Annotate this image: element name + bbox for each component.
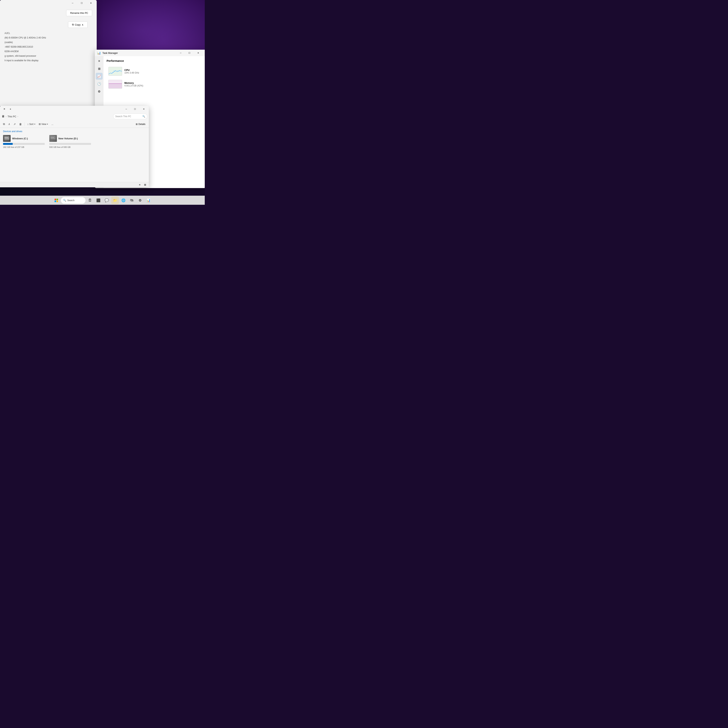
explorer-body: Devices and drives Windows (C:)	[0, 128, 149, 180]
titlebar-buttons: ─ ☐ ✕	[122, 106, 148, 112]
explorer-maximize-button[interactable]: ☐	[131, 106, 139, 112]
grid-view-button[interactable]: ⊞	[143, 183, 147, 187]
svg-rect-12	[57, 199, 58, 200]
search-bar[interactable]: Search This PC 🔍	[113, 113, 147, 119]
explorer-minimize-button[interactable]: ─	[122, 106, 131, 112]
svg-rect-14	[57, 200, 58, 202]
ram-info: (usable)	[5, 40, 92, 44]
taskbar-search-label: Search	[67, 199, 75, 202]
tm-nav-history[interactable]: 🕐	[96, 80, 102, 87]
share-ribbon-button[interactable]: ↗	[12, 121, 17, 127]
tm-nav-menu[interactable]: ≡	[96, 58, 102, 64]
maximize-button[interactable]: ☐	[77, 0, 86, 6]
taskbar-search-icon: 🔍	[63, 199, 66, 202]
taskbar-search[interactable]: 🔍 Search	[61, 197, 86, 203]
monitor-icon: 🖥	[2, 115, 5, 118]
sysinfo-titlebar: ─ ☐ ✕	[0, 0, 97, 6]
perf-cpu-graph	[109, 67, 122, 76]
perf-cpu-item[interactable]: CPU 10% 3.48 GHz	[107, 66, 202, 77]
taskbar-teams[interactable]: 💬	[103, 197, 110, 204]
taskbar-calendar[interactable]: 🗓	[86, 197, 94, 204]
copy-to-icon: ⧉	[3, 122, 5, 126]
drive-c[interactable]: Windows (C:) 182 GB free of 237 GB	[3, 135, 45, 148]
tm-nav-performance[interactable]: 📈	[96, 73, 102, 80]
perf-memory-name: Memory	[124, 81, 200, 84]
view-chevron-icon: ▾	[47, 123, 48, 125]
taskbar-task-manager[interactable]: 📊	[145, 197, 152, 204]
rename-ribbon-button[interactable]: 𝐴	[7, 121, 12, 127]
drive-c-bar-container	[3, 143, 45, 145]
copy-button[interactable]: ⧉ Copy ∧	[68, 21, 87, 28]
copy-label: Copy	[75, 23, 81, 26]
drive-d[interactable]: New Volume (D:) 930 GB free of 930 GB	[49, 135, 91, 148]
sort-chevron-icon: ▾	[34, 123, 35, 125]
more-label: ...	[51, 123, 53, 125]
close-button[interactable]: ✕	[86, 0, 95, 6]
explorer-window: ✕ + ─ ☐ ✕ 🖥 › This PC › Search This PC 🔍…	[0, 106, 149, 187]
taskbar-virtual-desktop[interactable]: ⬛	[95, 197, 102, 204]
drive-d-name: New Volume (D:)	[58, 137, 78, 140]
svg-point-5	[54, 137, 55, 138]
drive-d-icon	[49, 135, 57, 142]
taskbar-settings[interactable]: ⚙	[136, 197, 144, 204]
perf-memory-item[interactable]: Memory 4.9/11.8 GB (42%)	[107, 78, 202, 90]
perf-cpu-name: CPU	[124, 69, 200, 72]
product-id: -4667-B268-06B190C21610	[5, 44, 92, 49]
perf-memory-value: 4.9/11.8 GB (42%)	[124, 84, 200, 87]
start-button[interactable]	[52, 197, 60, 204]
svg-rect-13	[55, 200, 56, 202]
tab-area: ✕ +	[1, 107, 122, 112]
tm-close-button[interactable]: ✕	[194, 50, 202, 56]
details-label: Details	[138, 123, 145, 125]
svg-marker-8	[109, 84, 122, 88]
delete-icon: 🗑	[19, 123, 22, 126]
explorer-toolbar: 🖥 › This PC › Search This PC 🔍	[0, 112, 149, 121]
copy-icon: ⧉	[72, 23, 74, 26]
processor-info: (M) i5-9300H CPU @ 2.40GHz 2.40 GHz	[5, 35, 92, 40]
taskbar: 🔍 Search 🗓 ⬛ 💬 📁 🌐 🛍 ⚙ 📊	[0, 196, 205, 205]
tm-icon: 📊	[97, 51, 101, 55]
details-button[interactable]: ⊞ Details	[134, 122, 147, 126]
view-icon: ⊞	[39, 123, 41, 125]
tm-maximize-button[interactable]: ☐	[185, 50, 194, 56]
tm-section-title: Performance	[107, 59, 202, 63]
drive-c-info: 182 GB free of 237 GB	[3, 146, 45, 148]
pen-input: h input is available for this display	[5, 58, 92, 63]
rename-icon: 𝐴	[8, 122, 10, 126]
system-type: 6208-AAOEM	[5, 49, 92, 54]
list-view-button[interactable]: ≡	[138, 183, 142, 187]
tm-title: Task Manager	[102, 52, 118, 54]
share-icon: ↗	[14, 123, 16, 126]
copy-to-ribbon-button[interactable]: ⧉	[2, 121, 6, 127]
taskbar-edge[interactable]: 🌐	[119, 197, 127, 204]
breadcrumb-label: This PC	[8, 115, 16, 118]
sysinfo-content: Rename this PC ⧉ Copy ∧ AJCL (M) i5-9300…	[0, 6, 97, 67]
drive-d-bar	[49, 143, 50, 145]
rename-pc-button[interactable]: Rename this PC	[66, 10, 92, 16]
tab-close-button[interactable]: ✕	[2, 107, 7, 112]
taskbar-explorer[interactable]: 📁	[111, 197, 119, 204]
sort-button[interactable]: ↕ Sort ▾	[26, 121, 37, 127]
drive-d-bar-container	[49, 143, 91, 145]
sort-icon: ↕	[27, 123, 29, 125]
explorer-close-button[interactable]: ✕	[139, 106, 148, 112]
nav-chevron: ›	[6, 115, 6, 118]
taskbar-store[interactable]: 🛍	[128, 197, 136, 204]
delete-ribbon-button[interactable]: 🗑	[18, 121, 23, 127]
more-options-button[interactable]: ...	[50, 121, 55, 127]
tm-nav-processes[interactable]: ⊞	[96, 65, 102, 72]
devices-label: Devices and drives	[3, 130, 146, 133]
drive-d-header: New Volume (D:)	[49, 135, 91, 142]
details-icon: ⊞	[136, 123, 138, 125]
search-input-placeholder: Search This PC	[115, 115, 131, 118]
tm-minimize-button[interactable]: ─	[176, 50, 185, 56]
search-icon: 🔍	[142, 115, 145, 118]
new-tab-button[interactable]: +	[8, 107, 13, 112]
drive-c-bar	[3, 143, 13, 145]
tm-nav-settings[interactable]: ⚙	[96, 88, 102, 95]
svg-rect-11	[55, 199, 56, 200]
nav-chevron2: ›	[17, 115, 18, 118]
view-button[interactable]: ⊞ View ▾	[37, 121, 50, 127]
explorer-ribbon: ⧉ 𝐴 ↗ 🗑 ↕ Sort ▾ ⊞ View ▾ ... ⊞ Details	[0, 121, 149, 128]
minimize-button[interactable]: ─	[68, 0, 77, 6]
